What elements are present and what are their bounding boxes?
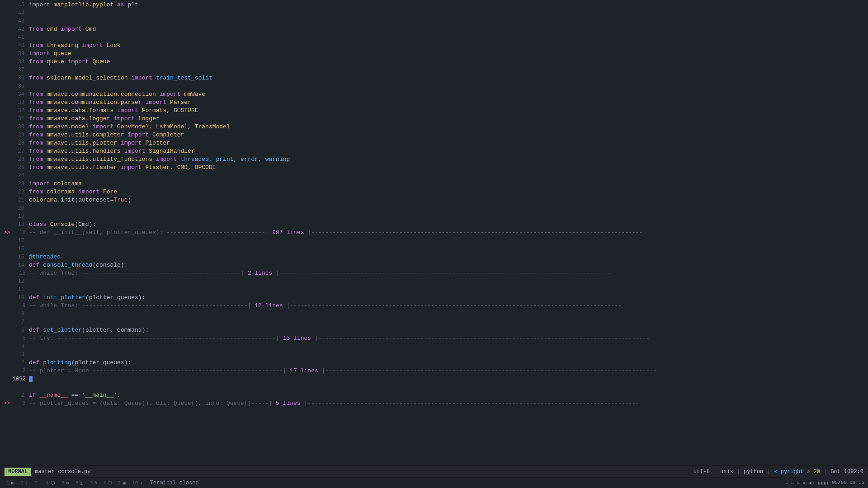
token: mmwave.data.logger <box>47 115 110 122</box>
line-ending: unix <box>720 469 733 475</box>
warning-icon: ⚠ <box>807 469 810 475</box>
token: from <box>29 156 47 163</box>
tab-item[interactable]: 4⬡ <box>43 479 58 487</box>
token: mmwave.utils.plotter <box>47 140 117 146</box>
code-line: 43 <box>0 17 868 25</box>
line-indicator: >> <box>4 229 13 237</box>
token: mmWave <box>184 91 205 98</box>
code-content: from colorama import Fore <box>29 188 864 196</box>
code-line: 32from mmwave.data.formats import Format… <box>0 107 868 115</box>
code-line: 44 <box>0 9 868 17</box>
tab-item[interactable]: 9◉ <box>115 479 128 487</box>
token: import <box>113 107 142 114</box>
line-number: 11 <box>13 286 29 294</box>
token: mmwave.utils.handlers <box>47 148 121 155</box>
tab-number: 8 <box>104 480 107 486</box>
token: if <box>29 392 39 399</box>
tab-item[interactable]: 6◫ <box>73 479 86 487</box>
code-line: 37 <box>0 66 868 74</box>
token: from <box>29 115 47 122</box>
token: ----------------------------------------… <box>290 302 621 309</box>
token: from <box>29 42 47 49</box>
code-line: 1092 <box>0 375 868 383</box>
tab-item[interactable]: 2: <box>18 479 31 487</box>
token: mmwave.utils.utility_functions <box>47 156 152 163</box>
code-line: 28from mmwave.utils.plotter import Plott… <box>0 139 868 147</box>
code-content: from mmwave.utils.handlers import Signal… <box>29 147 864 155</box>
line-number: 43 <box>13 17 29 25</box>
pyright-sep: « <box>774 469 777 475</box>
code-content: -- try: --------------------------------… <box>29 334 864 343</box>
token: import <box>127 75 156 81</box>
line-number: 22 <box>13 188 29 196</box>
token: mmwave.utils.flasher <box>47 164 117 171</box>
code-content: from mmwave.utils.flasher import Flasher… <box>29 164 864 172</box>
token: queue <box>47 58 64 65</box>
code-line: 22from colorama import Fore <box>0 188 868 196</box>
code-content: import matplotlib.pyplot as plt <box>29 1 864 9</box>
token: import <box>156 91 184 98</box>
token: def <box>29 359 43 366</box>
token: | <box>241 270 248 277</box>
token: mmwave.communication.parser <box>47 99 142 106</box>
token: plt <box>127 1 138 8</box>
tab-item[interactable]: 10♩ <box>129 479 146 487</box>
token: Flasher, CMD, OPCODE <box>145 164 216 171</box>
token: ConvModel, LstmModel, TransModel <box>117 123 230 130</box>
token: .init(autoreset= <box>57 197 113 203</box>
line-number: 13 <box>13 269 29 277</box>
token: threading <box>47 42 78 49</box>
line-number: 27 <box>13 147 29 155</box>
token: from <box>29 91 47 98</box>
token: Cmd <box>85 26 96 33</box>
code-content: class Console(Cmd): <box>29 221 864 229</box>
token: __name__ <box>39 392 67 399</box>
tab-item[interactable]: 8□ <box>101 479 114 487</box>
token: | <box>311 335 318 342</box>
token: def <box>29 294 43 301</box>
tab-item[interactable]: 3 <box>32 479 42 487</box>
token: threaded, print, error, warning <box>180 156 290 163</box>
code-content: -- while True: -------------------------… <box>29 302 864 310</box>
code-line: 17 <box>0 237 868 245</box>
token: import <box>57 26 85 33</box>
code-editor[interactable]: 45import matplotlib.pyplot as plt444342f… <box>0 0 868 465</box>
terminal-status: Terminal closed <box>150 480 199 486</box>
tab-list: 1▶2:34⬡5⊙6◫7✎8□9◉10♩ <box>4 479 146 487</box>
code-content: def console_thread(console): <box>29 261 864 269</box>
token: (plotter_queues): <box>85 294 146 301</box>
token: | <box>269 400 276 407</box>
code-line: 41 <box>0 33 868 42</box>
token: from <box>29 131 47 138</box>
token: 12 lines <box>255 302 283 309</box>
token: import <box>78 42 106 49</box>
code-line: >> 3-- plotter_queues = {data: Queue(), … <box>0 399 868 408</box>
code-content: -- plotter = None ----------------------… <box>29 367 864 375</box>
line-number: 32 <box>13 107 29 115</box>
filetype: python <box>744 469 763 475</box>
code-line: 16 <box>0 245 868 253</box>
code-line: 26from mmwave.utils.utility_functions im… <box>0 155 868 164</box>
tab-item[interactable]: 7✎ <box>87 479 100 487</box>
line-number: 37 <box>13 66 29 74</box>
token: (Cmd): <box>75 221 96 228</box>
token: import <box>142 99 170 106</box>
token: -- def __init__(self, plotter_queues): <box>29 229 166 236</box>
line-indicator: >> <box>4 399 13 408</box>
tab-item[interactable]: 1▶ <box>4 479 17 487</box>
code-line: 4 <box>0 343 868 351</box>
token: from <box>29 107 47 114</box>
line-number: 10 <box>13 294 29 302</box>
code-line: 21colorama.init(autoreset=True) <box>0 196 868 204</box>
line-number: 21 <box>13 196 29 204</box>
line-number: 6 <box>13 326 29 334</box>
time-display: 09:15 <box>849 480 864 485</box>
token: ----------------------------------------… <box>82 302 248 309</box>
tab-item[interactable]: 5⊙ <box>59 479 72 487</box>
code-content: @threaded <box>29 253 864 261</box>
token: import <box>29 180 54 187</box>
token: == <box>68 392 82 399</box>
token: -- plotter_queues = {data: Queue(), cli:… <box>29 400 269 407</box>
token: (plotter, command): <box>82 327 149 333</box>
token: plotting <box>43 359 71 366</box>
